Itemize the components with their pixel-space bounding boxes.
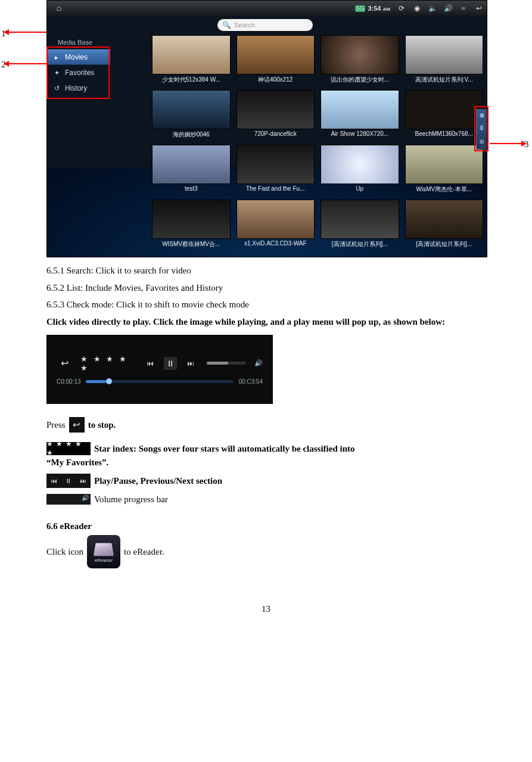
back-icon[interactable]: ↩ xyxy=(471,4,487,13)
time-total: 00:C3:54 xyxy=(238,378,263,385)
speaker-icon: 🔊 xyxy=(254,359,263,367)
player-star-rating[interactable]: ★ ★ ★ ★ ★ xyxy=(77,354,139,372)
sidebar-item-label: Favorites xyxy=(65,69,94,77)
sidebar-item-label: History xyxy=(65,84,87,92)
page-number: 13 xyxy=(46,604,486,614)
seek-bar[interactable] xyxy=(86,380,234,383)
ereader-app-icon: eReader xyxy=(87,535,120,568)
sidebar-header: Media Base xyxy=(47,36,110,49)
text-play-pause: Play/Pause, Previous/Next section xyxy=(94,476,222,486)
sidebar-item-history[interactable]: ↺ History xyxy=(47,80,110,96)
sidebar-item-movies[interactable]: ▸ Movies xyxy=(47,49,110,65)
signal-icon: 5G xyxy=(355,5,365,12)
video-tile[interactable]: Up xyxy=(321,145,399,195)
heading-ereader: 6.6 eReader xyxy=(46,521,486,531)
video-tile[interactable]: 神话400x212 xyxy=(237,35,315,85)
video-tile[interactable]: BeechMM1360x768... xyxy=(405,90,484,140)
video-tile[interactable]: 少女时代512x384 W... xyxy=(152,35,231,85)
text-volume-bar: Volume progress bar xyxy=(94,494,168,505)
video-tile[interactable]: WISMV蔡依林MV合... xyxy=(152,200,231,250)
video-tile[interactable]: [高清试机短片系列]... xyxy=(321,200,399,250)
video-grid: 少女时代512x384 W... 神话400x212 说出你的愿望少女时... … xyxy=(110,34,487,257)
video-tile[interactable]: WisMV周杰伦-本草... xyxy=(405,145,484,195)
back-icon: ↩ xyxy=(69,417,85,433)
pause-icon: ⏸ xyxy=(65,477,71,484)
text-to-ereader: to eReader. xyxy=(124,547,164,557)
search-icon: 🔍 xyxy=(222,21,231,30)
book-icon xyxy=(94,543,114,556)
view-mode-panel[interactable]: ▦ ≣ ▤ xyxy=(476,109,487,150)
refresh-icon[interactable]: ⟳ xyxy=(394,4,409,13)
view-mode-icon[interactable]: ▦ xyxy=(477,109,487,122)
video-tile[interactable]: The Fast and the Fu... xyxy=(237,145,315,195)
text-652: 6.5.2 List: Include Movies, Favorites an… xyxy=(46,279,486,297)
callout-arrow-2 xyxy=(8,63,48,64)
camera-icon[interactable]: ◉ xyxy=(409,4,425,13)
next-icon[interactable]: ⏭ xyxy=(184,357,197,370)
movies-icon: ▸ xyxy=(53,54,60,61)
video-tile[interactable]: 高清试机短片系列:V... xyxy=(405,35,484,85)
video-player-screenshot: ↩ ★ ★ ★ ★ ★ ⏮ ⏸ ⏭ 🔊 C0:00:13 00:C3:54 xyxy=(46,335,273,404)
search-box[interactable]: 🔍 Search xyxy=(217,19,313,31)
text-press: Press xyxy=(46,420,66,430)
text-click-play: Click video directly to play. Click the … xyxy=(46,313,486,331)
search-placeholder: Search xyxy=(234,21,255,29)
text-star-index: Star index: Songs over four stars will a… xyxy=(94,444,355,454)
video-tile[interactable]: [高清试机短片系列]... xyxy=(405,200,484,250)
sidebar-item-label: Movies xyxy=(65,53,88,61)
favorites-icon: ✦ xyxy=(53,69,60,76)
time-current: C0:00:13 xyxy=(57,378,81,385)
prev-icon: ⏮ xyxy=(51,477,57,484)
video-tile[interactable]: 720P-danceflick xyxy=(237,90,315,140)
video-tile[interactable]: Air Show 1280X720... xyxy=(321,90,399,140)
text-653: 6.5.3 Check mode: Click it to shift to m… xyxy=(46,296,486,313)
video-tile[interactable]: 海的婉纱0046 xyxy=(152,90,231,140)
volume-up-icon[interactable]: 🔊 xyxy=(440,4,456,13)
video-tile[interactable]: x1.XviD.AC3.CD3-WAF xyxy=(237,200,315,250)
sidebar: Media Base ▸ Movies ✦ Favorites ↺ Histor… xyxy=(47,34,110,257)
status-time: 3:54 AM xyxy=(368,5,390,12)
text-to-stop: to stop. xyxy=(88,420,116,430)
status-bar: ⌂ 5G 3:54 AM ⟳ ◉ 🔈 🔊 ≡ ↩ xyxy=(47,1,487,16)
sidebar-item-favorites[interactable]: ✦ Favorites xyxy=(47,65,110,80)
menu-icon[interactable]: ≡ xyxy=(456,4,471,13)
next-icon: ⏭ xyxy=(80,477,86,484)
history-icon: ↺ xyxy=(53,85,60,92)
view-mode-icon[interactable]: ≣ xyxy=(477,122,487,135)
media-base-screenshot: ⌂ 5G 3:54 AM ⟳ ◉ 🔈 🔊 ≡ ↩ 🔍 Search Med xyxy=(46,0,487,257)
text-651: 6.5.1 Search: Click it to search for vid… xyxy=(46,262,486,279)
pause-icon[interactable]: ⏸ xyxy=(164,357,177,370)
play-controls-icon: ⏮ ⏸ ⏭ xyxy=(46,474,91,488)
text-click-icon: Click icon xyxy=(46,547,83,557)
text-my-favorites: “My Favorites”. xyxy=(46,458,486,468)
video-tile[interactable]: 说出你的愿望少女时... xyxy=(321,35,399,85)
volume-down-icon[interactable]: 🔈 xyxy=(425,4,440,13)
player-back-icon[interactable]: ↩ xyxy=(57,356,72,371)
home-icon[interactable]: ⌂ xyxy=(47,4,71,13)
star-rating-icon: ★ ★ ★ ★ ★ xyxy=(46,442,91,455)
prev-icon[interactable]: ⏮ xyxy=(144,357,157,370)
callout-arrow-3 xyxy=(490,143,522,144)
video-tile[interactable]: test3 xyxy=(152,145,231,195)
volume-bar-icon xyxy=(46,494,91,505)
volume-bar[interactable] xyxy=(207,362,246,365)
view-mode-icon[interactable]: ▤ xyxy=(477,135,487,148)
